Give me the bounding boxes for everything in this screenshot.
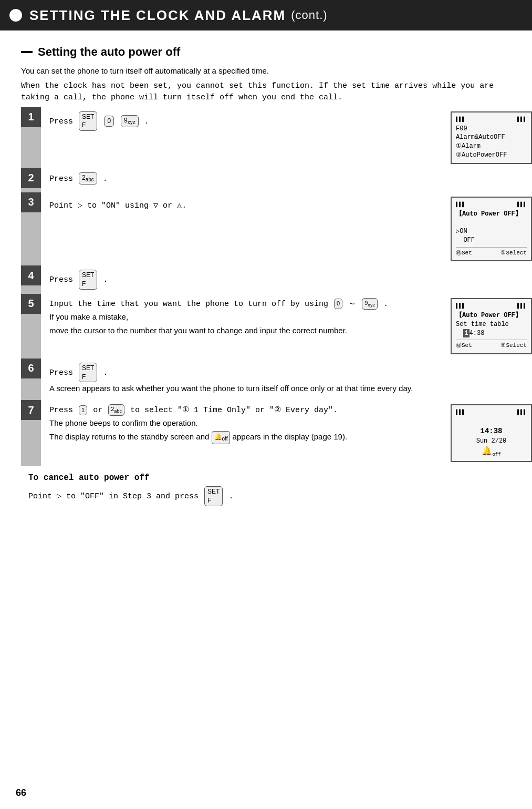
header-title: SETTING THE CLOCK AND ALARM	[29, 7, 286, 24]
header-dot	[9, 9, 22, 22]
cancel-title: To cancel auto power off	[28, 472, 511, 485]
step-1-content: Press SETF 0 9xyz . ▌▌▌ ▌▌▌ F09 Alarm&Au…	[41, 107, 532, 168]
key-setf-1: SETF	[79, 111, 97, 131]
step-1-badge: 1	[21, 107, 41, 127]
step-6-line	[21, 378, 41, 401]
step-3-line	[21, 212, 41, 266]
step-7-content: Press 1 or 2abc to select "① 1 Time Only…	[41, 400, 532, 466]
key-9xyz-5: 9xyz	[362, 298, 378, 310]
step-2-line	[21, 188, 41, 192]
step-5: 5 Input the time that you want the phone…	[21, 294, 532, 359]
key-0-5: 0	[334, 299, 342, 309]
step-6-content: Press SETF . A screen appears to ask whe…	[41, 359, 532, 401]
step-1-text: Press SETF 0 9xyz .	[49, 111, 440, 131]
step-5-badge: 5	[21, 294, 41, 314]
step-5-screen: ▌▌▌ ▌▌▌ 【Auto Power OFF】 Set time table …	[451, 298, 532, 354]
section-dash	[21, 51, 33, 53]
section-title: Setting the auto power off	[21, 45, 511, 59]
step-5-line	[21, 314, 41, 359]
step-1-line	[21, 127, 41, 168]
step-1: 1 Press SETF 0 9xyz . ▌▌▌ ▌▌▌ F09 Alarm&…	[21, 107, 532, 168]
step-2-text: Press 2abc .	[49, 172, 532, 186]
step-6: 6 Press SETF . A screen appears to ask w…	[21, 359, 532, 401]
page-number: 66	[16, 787, 26, 798]
page-header: SETTING THE CLOCK AND ALARM (cont.)	[0, 0, 532, 30]
section-title-text: Setting the auto power off	[38, 45, 180, 59]
step-7-badge: 7	[21, 400, 41, 420]
step-7-screen: ▌▌▌ ▌▌▌ 14:38 Sun 2/20 🔔off	[451, 404, 532, 462]
step-2: 2 Press 2abc .	[21, 168, 532, 192]
step-4-content: Press SETF .	[41, 265, 532, 294]
step-2-content: Press 2abc .	[41, 168, 532, 192]
key-2abc-7: 2abc	[108, 404, 124, 416]
step-3: 3 Point ▷ to "ON" using ▽ or △. ▌▌▌ ▌▌▌ …	[21, 192, 532, 266]
step-5-text: Input the time that you want the phone t…	[49, 298, 440, 338]
step-4: 4 Press SETF .	[21, 265, 532, 294]
step-4-text: Press SETF .	[49, 270, 532, 290]
key-setf-cancel: SETF	[204, 486, 223, 506]
auto-off-icon: 🔔off	[212, 431, 231, 444]
key-1-7: 1	[79, 405, 87, 415]
step-6-badge: 6	[21, 359, 41, 378]
intro-line-1: You can set the phone to turn itself off…	[21, 65, 511, 77]
step-7-text: Press 1 or 2abc to select "① 1 Time Only…	[49, 404, 440, 444]
step-3-screen: ▌▌▌ ▌▌▌ 【Auto Power OFF】 ▷ON OFF ㊙Set ⑤S…	[451, 197, 532, 262]
cancel-text: Point ▷ to "OFF" in Step 3 and press SET…	[28, 486, 511, 506]
intro-line-2: When the clock has not been set, you can…	[21, 80, 511, 104]
step-6-text: Press SETF . A screen appears to ask whe…	[49, 363, 532, 396]
header-cont: (cont.)	[291, 8, 327, 22]
key-setf-6: SETF	[79, 363, 97, 383]
step-3-text: Point ▷ to "ON" using ▽ or △.	[49, 197, 440, 212]
key-setf-4: SETF	[79, 270, 97, 290]
key-2abc: 2abc	[79, 172, 97, 185]
step-2-badge: 2	[21, 168, 41, 188]
step-4-line	[21, 285, 41, 294]
step-5-content: Input the time that you want the phone t…	[41, 294, 532, 359]
step-7: 7 Press 1 or 2abc to select "① 1 Time On…	[21, 400, 532, 466]
key-9xyz-1: 9xyz	[121, 115, 139, 127]
step-4-badge: 4	[21, 265, 41, 285]
step-3-badge: 3	[21, 192, 41, 212]
step-1-screen: ▌▌▌ ▌▌▌ F09 Alarm&AutoOFF ①Alarm ②AutoPo…	[451, 111, 532, 164]
step-3-content: Point ▷ to "ON" using ▽ or △. ▌▌▌ ▌▌▌ 【A…	[41, 192, 532, 266]
key-0-1: 0	[104, 116, 114, 127]
step-7-line	[21, 420, 41, 466]
cancel-section: To cancel auto power off Point ▷ to "OFF…	[28, 472, 511, 506]
